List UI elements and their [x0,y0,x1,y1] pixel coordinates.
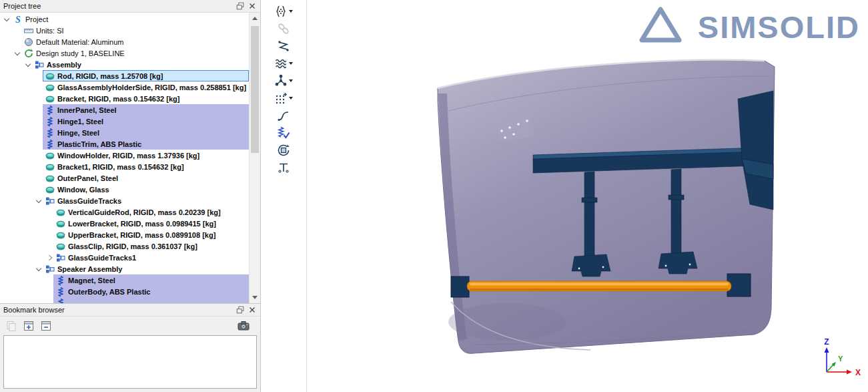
door-model[interactable] [438,60,775,354]
bookmark-copy-button[interactable] [4,319,19,333]
tree-expander-icon[interactable] [35,197,43,205]
float-panel-icon[interactable] [235,305,245,315]
tree-item-body[interactable]: Rod, RIGID, mass 1.25708 [kg] [43,70,249,81]
tree-item-body[interactable]: Hinge1, Steel [43,116,249,127]
tree-item-verticalguiderod[interactable]: VerticalGuideRod, RIGID, mass 0.20239 [k… [0,206,249,218]
close-panel-icon[interactable] [247,1,257,11]
tree-item-glassguidetracks[interactable]: GlassGuideTracks [0,195,249,206]
tree-scrollbar[interactable] [249,13,260,303]
tree-expander-icon[interactable] [24,61,32,69]
braces-dots-icon [274,5,288,18]
tree-item-body[interactable]: Assembly [32,59,249,70]
tree-item-body[interactable]: Bracket1, RIGID, mass 0.154632 [kg] [43,161,249,172]
tree-item-bracket[interactable]: Bracket, RIGID, mass 0.154632 [kg] [0,93,249,104]
tree-item-glassguidetracks1[interactable]: GlassGuideTracks1 [0,252,249,263]
tree-item-body[interactable]: PlasticTrim, ABS Plastic [43,138,249,150]
tree-item-innerpanel[interactable]: InnerPanel, Steel [0,104,249,116]
connection-grid-button[interactable] [274,91,293,106]
project-tree-titlebar: Project tree [0,0,260,13]
review-connections-button[interactable] [274,4,293,19]
tree-item-body[interactable]: OuterBody, ABS Plastic [53,286,249,297]
tree-expander-icon[interactable] [35,265,43,273]
dropdown-caret-icon[interactable] [289,10,293,13]
snapshot-camera-button[interactable] [236,319,251,333]
tree-item-outerbody[interactable]: OuterBody, ABS Plastic [0,286,249,297]
simsolid-app: Project tree SProjectUnits: SIDefault Ma… [0,0,868,392]
dropdown-caret-icon[interactable] [289,62,293,65]
tree-item-body[interactable]: UpperBracket, RIGID, mass 0.0899108 [kg] [53,229,249,240]
tree-item-upperbracket[interactable]: UpperBracket, RIGID, mass 0.0899108 [kg] [0,229,249,240]
tree-item-plastictrim[interactable]: PlasticTrim, ABS Plastic [0,138,249,150]
close-panel-icon[interactable] [247,305,257,315]
tree-item-units-si[interactable]: Units: SI [0,25,249,36]
dropdown-caret-icon[interactable] [289,97,293,100]
tree-item-windowholder[interactable]: WindowHolder, RIGID, mass 1.37936 [kg] [0,150,249,161]
spot-welds-button[interactable] [277,39,290,53]
tree-item-body[interactable]: GlassAssemblyHolderSide, RIGID, mass 0.2… [43,81,249,93]
tree-expander-icon[interactable] [13,49,21,57]
tree-item-body[interactable]: WindowHolder, RIGID, mass 1.37936 [kg] [43,150,249,161]
tree-item-body[interactable]: VerticalGuideRod, RIGID, mass 0.20239 [k… [53,206,249,218]
tree-item-body[interactable]: Units: SI [21,25,249,36]
tree-item-body[interactable]: GlassGuideTracks [43,195,249,206]
bookmark-list[interactable] [3,335,257,389]
orientation-triad[interactable]: Z Y X [824,337,861,377]
seam-welds-button[interactable] [274,56,293,71]
tree-item-label: WindowHolder, RIGID, mass 1.37936 [kg] [57,152,199,160]
rod-left-block [451,276,469,297]
3d-viewport[interactable]: SIMSOLID Z Y X [307,0,868,392]
tree-item-body[interactable]: Magnet, Steel [53,274,249,286]
axis-y-label: Y [838,355,843,363]
virtual-connector-button[interactable] [274,73,293,88]
tree-expander-icon[interactable] [3,15,11,23]
tree-item-assembly[interactable]: Assembly [0,59,249,70]
tree-item-glassassemblyholderside[interactable]: GlassAssemblyHolderSide, RIGID, mass 0.2… [0,81,249,93]
viewport-scene[interactable]: SIMSOLID Z Y X [307,0,868,392]
tree-item-design-study-1[interactable]: Design study 1, BASELINE [0,47,249,59]
spring-connector-button[interactable] [277,126,290,140]
tree-item-body[interactable]: Default Material: Aluminum [21,36,249,47]
simsolid-logo: SIMSOLID [642,9,860,45]
tree-item-body[interactable]: Hinge, Steel [43,127,249,138]
bookmark-remove-button[interactable] [39,319,53,333]
tree-item-hinge[interactable]: Hinge, Steel [0,127,249,138]
tree-item-speaker-assembly[interactable]: Speaker Assembly [0,263,249,274]
tree-item-body[interactable]: OuterPanel, Steel [43,172,249,184]
float-panel-icon[interactable] [235,1,245,11]
rotate-body-button[interactable] [277,143,290,158]
tree-item-body[interactable]: LowerBracket, RIGID, mass 0.0989415 [kg] [53,218,249,229]
tree-item-rod[interactable]: Rod, RIGID, mass 1.25708 [kg] [0,70,249,81]
tree-item-bracket1[interactable]: Bracket1, RIGID, mass 0.154632 [kg] [0,161,249,172]
tree-item-body[interactable]: InnerPanel, Steel [43,104,249,116]
tree-item-body[interactable]: Window, Glass [43,184,249,195]
tree-expander-icon[interactable] [45,254,53,262]
tree-item-label: GlassGuideTracks1 [68,254,136,262]
tree-item-body[interactable]: Bracket, RIGID, mass 0.154632 [kg] [43,93,249,104]
tree-item-body[interactable] [53,297,249,303]
tree-item-body[interactable]: SProject [11,13,249,25]
tree-item-project[interactable]: SProject [0,13,249,25]
link-parts-button[interactable] [277,21,290,36]
tree-item-hinge1[interactable]: Hinge1, Steel [0,116,249,127]
scroll-up-icon[interactable] [250,13,260,24]
tree-item-body[interactable]: Design study 1, BASELINE [21,47,249,59]
tree-item[interactable] [0,297,249,303]
tree-item-body[interactable]: GlassClip, RIGID, mass 0.361037 [kg] [53,240,249,252]
tree-item-default-material-aluminum[interactable]: Default Material: Aluminum [0,36,249,47]
tree-item-window[interactable]: Window, Glass [0,184,249,195]
bookmark-add-button[interactable] [21,319,36,333]
connector-toggle-button[interactable] [277,160,290,175]
dropdown-caret-icon[interactable] [289,79,293,82]
tree-item-body[interactable]: GlassGuideTracks1 [53,252,249,263]
tree-item-body[interactable]: Speaker Assembly [43,263,249,274]
tree-item-magnet[interactable]: Magnet, Steel [0,274,249,286]
tree-expander-spacer [45,208,53,216]
tree-item-glassclip[interactable]: GlassClip, RIGID, mass 0.361037 [kg] [0,240,249,252]
scroll-down-icon[interactable] [250,292,260,303]
scrollbar-thumb[interactable] [251,26,259,153]
wire-connector-button[interactable] [277,108,290,123]
bookmark-browser-panel: Bookmark browser [0,304,260,392]
tree-expander-spacer [35,83,43,91]
tree-item-lowerbracket[interactable]: LowerBracket, RIGID, mass 0.0989415 [kg] [0,218,249,229]
tree-item-outerpanel[interactable]: OuterPanel, Steel [0,172,249,184]
